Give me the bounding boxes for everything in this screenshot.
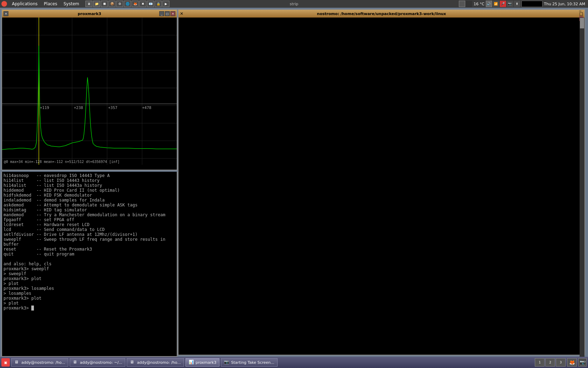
systray-vol[interactable]: 🔊 <box>486 1 492 7</box>
top-menubar: Applications Places System 🖥 📁 🔲 📦 ⚙ 🌐 🦊… <box>0 0 588 8</box>
taskbar-app-menu-btn[interactable]: ▣ <box>1 358 10 367</box>
win-controls-right: _ □ ✕ <box>159 11 175 16</box>
workspace-1[interactable]: 1 <box>535 358 545 367</box>
proxmark-win-title: proxmark3 <box>78 12 101 16</box>
taskbar-btn-terminal1[interactable]: 🖥 addy@nostromo: /ho... <box>11 358 68 367</box>
taskbar: ▣ 🖥 addy@nostromo: /ho... 🖥 addy@nostrom… <box>0 357 588 368</box>
terminal-titlebar[interactable]: ✕ nostromo: /home/software/unpacked/prox… <box>178 10 584 18</box>
workspace-3[interactable]: 3 <box>556 358 566 367</box>
menu-places[interactable]: Places <box>41 1 60 7</box>
datetime-display: Thu 25 Jun, 10:32 AM <box>544 2 585 6</box>
quicklaunch-icon-7[interactable]: 🦊 <box>132 1 139 7</box>
systray-cam[interactable]: 📷 <box>507 1 513 7</box>
taskbar-firefox-btn[interactable]: 🦊 <box>567 358 577 367</box>
win-close-btn[interactable]: ✕ <box>4 11 8 16</box>
terminal-content <box>178 18 584 355</box>
taskbar-right: 1 2 3 🦊 📷 <box>535 358 587 367</box>
systray-mic[interactable]: 🎤 <box>500 1 506 7</box>
quicklaunch-icon-5[interactable]: ⚙ <box>116 1 123 7</box>
win-controls-left: ✕ <box>4 11 8 16</box>
terminal-maximize-btn[interactable]: □ <box>579 11 583 16</box>
app-icon <box>1 1 7 7</box>
terminal-minimize-btn[interactable]: _ <box>579 6 583 11</box>
terminal-window: ✕ nostromo: /home/software/unpacked/prox… <box>178 9 585 355</box>
center-strip-label: strip <box>290 2 299 6</box>
taskbar-btn-label-2: addy@nostromo: ~/... <box>80 360 122 365</box>
win-close-btn-right[interactable]: ✕ <box>170 11 175 16</box>
quicklaunch-icon-6[interactable]: 🌐 <box>124 1 131 7</box>
temperature-display: 16 °C <box>474 2 484 6</box>
proxmark-titlebar[interactable]: ✕ proxmark3 _ □ ✕ <box>2 10 177 18</box>
quicklaunch-icon-3[interactable]: 🔲 <box>101 1 108 7</box>
plot-canvas: +119 +238 +357 +478 @0 max=34 min=-128 m… <box>2 18 177 165</box>
top-right-area: 16 °C 🔊 📶 🎤 📷 ⬆ Thu 25 Jun, 10:32 AM <box>459 1 588 7</box>
menu-left: Applications Places System 🖥 📁 🔲 📦 ⚙ 🌐 🦊… <box>0 1 169 7</box>
win-maximize-btn[interactable]: □ <box>165 11 170 16</box>
terminal-close-btn[interactable]: ✕ <box>180 11 183 16</box>
terminal-win-title: nostromo: /home/software/unpacked/proxma… <box>317 12 446 16</box>
workspace-switcher: 1 2 3 <box>535 358 566 367</box>
terminal-scrollbar-thumb[interactable] <box>580 18 584 28</box>
systray-update[interactable]: ⬆ <box>514 1 520 7</box>
terminal-icon-3: 🖥 <box>130 360 135 365</box>
camera-icon: 📷 <box>224 360 230 365</box>
menu-applications[interactable]: Applications <box>9 1 40 7</box>
quicklaunch-icon-10[interactable]: 🔒 <box>155 1 162 7</box>
taskbar-btn-terminal2[interactable]: 🖥 addy@nostromo: ~/... <box>70 358 125 367</box>
terminal-win-controls-left: ✕ <box>180 11 183 16</box>
workspace-2[interactable]: 2 <box>545 358 555 367</box>
systray-net[interactable]: 📶 <box>493 1 499 7</box>
quicklaunch-icon-4[interactable]: 📦 <box>108 1 115 7</box>
proxmark-window: ✕ proxmark3 _ □ ✕ <box>1 9 177 170</box>
win-minimize-btn[interactable]: _ <box>159 11 164 16</box>
quicklaunch-icon-8[interactable]: ✖ <box>139 1 146 7</box>
svg-text:+357: +357 <box>108 105 117 110</box>
taskbar-btn-label-5: Starting Take Screen... <box>231 360 274 365</box>
systray-icon-1[interactable] <box>459 1 465 7</box>
svg-text:+478: +478 <box>142 105 151 110</box>
svg-rect-0 <box>2 18 177 165</box>
svg-text:+238: +238 <box>74 105 83 110</box>
taskbar-btn-label-3: addy@nostromo: /ho... <box>137 360 181 365</box>
desktop: ✕ proxmark3 _ □ ✕ <box>0 8 588 357</box>
terminal-icon-2: 🖥 <box>73 360 78 365</box>
taskbar-btn-proxmark[interactable]: 📊 proxmark3 <box>186 358 220 367</box>
svg-text:+119: +119 <box>40 105 49 110</box>
proxmark-terminal-text: hi14asnoop -- eavesdrop ISO 14443 Type A… <box>4 173 168 311</box>
quicklaunch-icon-11[interactable]: ▶ <box>162 1 169 7</box>
systray-icon-2[interactable] <box>466 1 472 7</box>
quicklaunch-icon-9[interactable]: 📧 <box>147 1 154 7</box>
taskbar-btn-terminal3[interactable]: 🖥 addy@nostromo: /ho... <box>127 358 184 367</box>
proxmark-icon: 📊 <box>189 360 194 365</box>
terminal-scrollbar[interactable] <box>580 18 584 362</box>
plot-area: +119 +238 +357 +478 @0 max=34 min=-128 m… <box>2 18 177 165</box>
taskbar-btn-screenshot[interactable]: 📷 Starting Take Screen... <box>221 358 278 367</box>
terminal-icon-1: 🖥 <box>14 360 20 365</box>
menu-system[interactable]: System <box>61 1 82 7</box>
proxmark-terminal-output: hi14asnoop -- eavesdrop ISO 14443 Type A… <box>1 172 177 357</box>
taskbar-btn-label-4: proxmark3 <box>196 360 217 365</box>
taskbar-camera-btn[interactable]: 📷 <box>578 358 587 367</box>
battery-indicator <box>522 1 542 7</box>
quicklaunch-icon-2[interactable]: 📁 <box>93 1 100 7</box>
svg-text:@0  max=34  min=-128  mean=-11: @0 max=34 min=-128 mean=-112 n=512/512 d… <box>4 160 120 164</box>
quicklaunch-icon-1[interactable]: 🖥 <box>85 1 92 7</box>
taskbar-btn-label-1: addy@nostromo: /ho... <box>21 360 65 365</box>
